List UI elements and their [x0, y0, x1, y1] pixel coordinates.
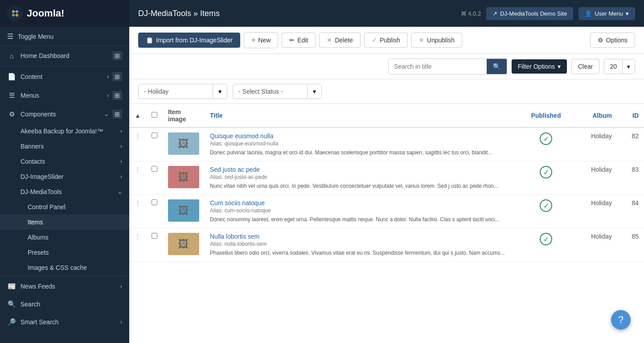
status-dropdown-button[interactable]: ▾ — [307, 84, 321, 99]
item-title-link[interactable]: Nulla lobortis sem — [210, 233, 259, 240]
sidebar-item-dj-imageslider[interactable]: DJ-ImageSlider › — [0, 169, 129, 184]
drag-handle[interactable]: ⋮ — [129, 161, 146, 195]
row-checkbox-cell[interactable] — [146, 128, 163, 161]
demo-site-button[interactable]: ↗ DJ-MediaTools Demo Site — [486, 7, 573, 20]
joomla-logo[interactable]: Joomla! — [7, 5, 64, 21]
col-id[interactable]: ID — [617, 104, 644, 128]
row-checkbox-cell[interactable] — [146, 195, 163, 228]
new-button[interactable]: + New — [244, 32, 278, 48]
user-menu-button[interactable]: 👤 User Menu ▾ — [578, 7, 635, 20]
item-published-cell: ✓ — [524, 228, 568, 262]
options-button[interactable]: ⚙ Options — [590, 33, 635, 48]
item-title-link[interactable]: Cum sociis natoque — [210, 199, 265, 207]
publish-button[interactable]: ✓ Publish — [364, 33, 408, 48]
filter-options-button[interactable]: Filter Options ▾ — [512, 59, 567, 74]
sidebar-item-content[interactable]: 📄 Content › ⊞ — [0, 67, 129, 86]
row-checkbox-cell[interactable] — [146, 161, 163, 195]
item-alias: Alias: sed-justo-ac-pede — [210, 174, 518, 180]
sidebar-item-contacts[interactable]: Contacts › — [0, 154, 129, 169]
search-label: Search — [21, 301, 40, 308]
unpublish-label: Unpublish — [427, 37, 455, 44]
delete-button[interactable]: ✕ Delete — [319, 33, 360, 48]
published-status-icon[interactable]: ✓ — [540, 199, 552, 212]
akeeba-label: Akeeba Backup for Joomla!™ — [21, 128, 103, 135]
item-published-cell: ✓ — [524, 161, 568, 195]
sidebar-item-dj-mediatools[interactable]: DJ-MediaTools ⌄ — [0, 184, 129, 199]
menus-grid-icon[interactable]: ⊞ — [112, 91, 122, 100]
topbar-right: ⌘ 4.0.2 ↗ DJ-MediaTools Demo Site 👤 User… — [461, 7, 635, 20]
sidebar-item-banners[interactable]: Banners › — [0, 139, 129, 154]
published-status-icon[interactable]: ✓ — [540, 233, 552, 245]
smart-search-label: Smart Search — [21, 318, 59, 326]
row-checkbox[interactable] — [152, 132, 157, 138]
item-title-link[interactable]: Sed justo ac pede — [210, 166, 260, 173]
col-title[interactable]: Title — [205, 104, 524, 128]
sidebar-item-images-css-cache[interactable]: Images & CSS cache — [0, 260, 129, 275]
row-checkbox[interactable] — [152, 199, 157, 205]
item-image-cell: 🖼 — [163, 128, 205, 161]
content-grid-icon[interactable]: ⊞ — [112, 72, 122, 81]
drag-handle[interactable]: ⋮ — [129, 228, 146, 262]
page-size-value: 20 — [604, 59, 622, 74]
content-label: Content — [21, 73, 42, 80]
drag-handle[interactable]: ⋮ — [129, 128, 146, 161]
filter-area: 🔍 Filter Options ▾ Clear 20 ▾ — [129, 54, 644, 79]
sidebar-header: Joomla! — [0, 0, 129, 27]
table-row: ⋮ 🖼 Nulla lobortis sem Alias: nulla-lobo… — [129, 228, 644, 262]
home-dashboard-label: Home Dashboard — [21, 52, 70, 59]
item-published-cell: ✓ — [524, 128, 568, 161]
sidebar-item-albums[interactable]: Albums — [0, 230, 129, 245]
item-id-cell: 84 — [617, 195, 644, 228]
user-menu-label: User Menu — [595, 10, 623, 17]
news-feeds-icon: 📰 — [7, 282, 16, 290]
item-published-cell: ✓ — [524, 195, 568, 228]
published-status-icon[interactable]: ✓ — [540, 166, 552, 178]
components-grid-icon[interactable]: ⊞ — [112, 110, 122, 119]
edit-button[interactable]: ✏ Edit — [282, 33, 316, 48]
row-checkbox-cell[interactable] — [146, 228, 163, 262]
item-image-cell: 🖼 — [163, 161, 205, 195]
unpublish-button[interactable]: ✕ Unpublish — [411, 33, 462, 48]
sidebar-item-search[interactable]: 🔍 Search — [0, 295, 129, 313]
item-title-cell: Quisque euismod nulla Alias: quisque-eui… — [205, 128, 524, 161]
import-button[interactable]: 📋 Import from DJ-ImageSlider — [138, 33, 240, 48]
published-status-icon[interactable]: ✓ — [540, 132, 552, 145]
sidebar-item-presets[interactable]: Presets — [0, 245, 129, 260]
components-label: Components — [21, 111, 56, 118]
akeeba-chevron: › — [120, 128, 122, 134]
dj-imageslider-chevron: › — [120, 174, 122, 180]
sidebar-item-news-feeds[interactable]: 📰 News Feeds › — [0, 277, 129, 295]
demo-site-label: DJ-MediaTools Demo Site — [500, 10, 567, 17]
item-alias: Alias: quisque-euismod-nulla — [210, 141, 518, 147]
col-published[interactable]: Published — [524, 104, 568, 128]
col-checkbox-all[interactable] — [146, 104, 163, 128]
sidebar-item-home-dashboard[interactable]: ⌂ Home Dashboard ⊞ — [0, 46, 129, 65]
publish-label: Publish — [380, 37, 400, 44]
help-button[interactable]: ? — [611, 310, 631, 330]
sidebar-item-items[interactable]: Items — [0, 215, 129, 230]
row-checkbox[interactable] — [152, 233, 157, 239]
search-input[interactable] — [389, 59, 487, 74]
holiday-dropdown-button[interactable]: ▾ — [213, 84, 227, 99]
select-all-checkbox[interactable] — [152, 112, 157, 118]
drag-handle[interactable]: ⋮ — [129, 195, 146, 228]
item-title-link[interactable]: Quisque euismod nulla — [210, 132, 273, 140]
row-checkbox[interactable] — [152, 166, 157, 172]
toolbar: 📋 Import from DJ-ImageSlider + New ✏ Edi… — [129, 27, 644, 54]
table-row: ⋮ 🖼 Cum sociis natoque Alias: cum-sociis… — [129, 195, 644, 228]
item-id-cell: 85 — [617, 228, 644, 262]
sidebar-item-menus[interactable]: ☰ Menus › ⊞ — [0, 86, 129, 105]
clear-button[interactable]: Clear — [571, 59, 599, 74]
search-button[interactable]: 🔍 — [487, 59, 507, 74]
sidebar-item-akeeba[interactable]: Akeeba Backup for Joomla!™ › — [0, 124, 129, 139]
toggle-menu-item[interactable]: ☰ Toggle Menu — [0, 27, 129, 46]
sidebar-item-smart-search[interactable]: 🔎 Smart Search › — [0, 313, 129, 331]
home-grid-icon[interactable]: ⊞ — [112, 51, 122, 60]
sidebar-item-components[interactable]: ⚙ Components ⌄ ⊞ — [0, 105, 129, 124]
sidebar-item-control-panel[interactable]: Control Panel — [0, 199, 129, 215]
svg-point-0 — [7, 5, 23, 21]
items-tbody: ⋮ 🖼 Quisque euismod nulla Alias: quisque… — [129, 128, 644, 262]
page-size-dropdown-button[interactable]: ▾ — [622, 60, 635, 74]
col-album[interactable]: Album — [568, 104, 617, 128]
table-row: ⋮ 🖼 Quisque euismod nulla Alias: quisque… — [129, 128, 644, 161]
